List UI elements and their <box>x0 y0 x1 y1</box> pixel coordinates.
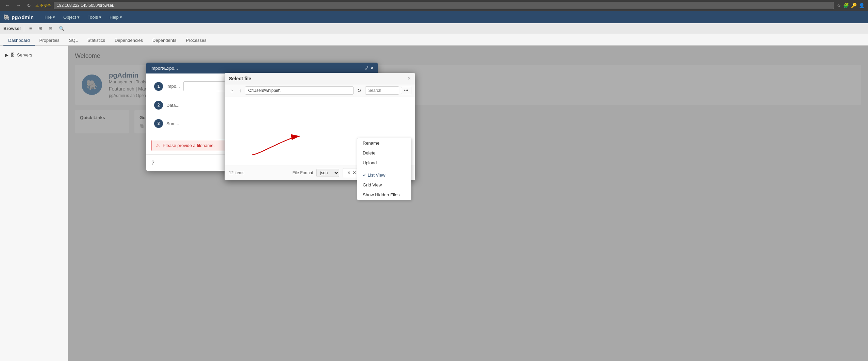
sidebar-item-servers[interactable]: ▶ 🗄 Servers <box>0 51 68 59</box>
import-expand-btn[interactable]: ⤢ <box>364 65 369 71</box>
context-sep <box>357 169 411 169</box>
menu-tools[interactable]: Tools ▾ <box>84 13 105 22</box>
elephant-icon: 🐘 <box>3 14 10 20</box>
tab-statistics[interactable]: Statistics <box>83 36 110 46</box>
home-btn[interactable]: ⌂ <box>228 87 235 94</box>
step-2-num: 2 <box>154 101 163 110</box>
sidebar-servers-label: Servers <box>17 52 32 58</box>
pgadmin-brand: pgAdmin <box>12 14 34 20</box>
tab-dependents[interactable]: Dependents <box>148 36 181 46</box>
back-button[interactable]: ← <box>3 2 12 9</box>
profile-icon[interactable]: 👤 <box>859 3 865 8</box>
pgadmin-topbar: 🐘 pgAdmin File ▾ Object ▾ Tools ▾ Help ▾ <box>0 11 868 23</box>
file-format-label: File Format <box>292 170 313 175</box>
step-3-label: Sum... <box>166 121 179 126</box>
search-input[interactable] <box>365 86 399 95</box>
pgadmin-logo: 🐘 pgAdmin <box>3 14 34 20</box>
main-layout: ▶ 🗄 Servers Welcome 🐘 pgAdmin Management… <box>0 46 868 361</box>
items-count: 12 items <box>229 170 244 175</box>
toolbar-sep-1 <box>24 26 24 32</box>
select-file-header: Select file × <box>225 73 415 84</box>
refresh-button[interactable]: ↻ <box>25 2 33 9</box>
toolbar-btn-2[interactable]: ⊞ <box>36 24 45 32</box>
red-arrow-indicator <box>245 131 307 158</box>
context-show-hidden[interactable]: Show Hidden Files <box>357 190 411 200</box>
select-file-content: Rename Delete Upload ✓ List View Grid Vi… <box>225 97 415 165</box>
select-file-dialog: Select file × ⌂ ↑ ↻ ••• Rename Delete Up… <box>225 73 415 180</box>
step-1-label: Impo... <box>166 84 180 89</box>
menu-file[interactable]: File ▾ <box>40 13 59 22</box>
help-btn[interactable]: ? <box>151 160 154 166</box>
address-bar[interactable] <box>54 2 834 9</box>
error-icon: ⚠ <box>156 143 160 148</box>
context-rename[interactable]: Rename <box>357 138 411 148</box>
extension-icon[interactable]: 🧩 <box>843 3 849 8</box>
tab-bar: Dashboard Properties SQL Statistics Depe… <box>0 34 868 46</box>
menu-help[interactable]: Help ▾ <box>105 13 126 22</box>
key-icon[interactable]: 🔑 <box>851 3 857 8</box>
menu-object[interactable]: Object ▾ <box>59 13 84 22</box>
step-1-num: 1 <box>154 82 163 91</box>
tab-dashboard[interactable]: Dashboard <box>3 36 35 46</box>
tab-dependencies[interactable]: Dependencies <box>110 36 148 46</box>
path-refresh-btn[interactable]: ↻ <box>355 87 363 94</box>
import-dialog-title: Import/Expo... <box>150 66 178 71</box>
context-upload[interactable]: Upload <box>357 158 411 168</box>
forward-button[interactable]: → <box>14 2 22 9</box>
context-grid-view[interactable]: Grid View <box>357 180 411 190</box>
select-file-title: Select file <box>229 76 251 81</box>
import-dialog-header: Import/Expo... ⤢ × <box>146 63 378 73</box>
star-icon[interactable]: ☆ <box>837 3 841 8</box>
tab-processes[interactable]: Processes <box>181 36 211 46</box>
tab-sql[interactable]: SQL <box>64 36 83 46</box>
step-2-label: Data... <box>166 103 179 108</box>
error-text: Please provide a filename. <box>163 143 215 148</box>
select-file-toolbar: ⌂ ↑ ↻ ••• <box>225 84 415 97</box>
context-delete[interactable]: Delete <box>357 148 411 158</box>
security-warning: ⚠ 不安全 <box>35 3 51 8</box>
context-list-view[interactable]: ✓ List View <box>357 170 411 180</box>
context-menu: Rename Delete Upload ✓ List View Grid Vi… <box>357 138 411 200</box>
toolbar-btn-1[interactable]: ≡ <box>27 24 34 32</box>
import-close-btn[interactable]: × <box>371 65 374 71</box>
browser-icons: ☆ 🧩 🔑 👤 <box>837 3 865 8</box>
toolbar-btn-3[interactable]: ⊟ <box>46 24 55 32</box>
cancel-icon: ✕ <box>347 170 351 175</box>
tab-properties[interactable]: Properties <box>35 36 64 46</box>
browser-label: Browser <box>3 26 21 31</box>
up-btn[interactable]: ↑ <box>237 87 243 94</box>
select-file-close-btn[interactable]: × <box>408 76 411 81</box>
browser-chrome: ← → ↻ ⚠ 不安全 ☆ 🧩 🔑 👤 <box>0 0 868 11</box>
more-options-btn[interactable]: ••• <box>401 87 411 94</box>
sidebar-browser-label <box>0 47 68 51</box>
step-3-num: 3 <box>154 119 163 128</box>
servers-icon: 🗄 <box>11 52 15 58</box>
pgadmin-menu: File ▾ Object ▾ Tools ▾ Help ▾ <box>40 13 126 22</box>
toolbar-search-btn[interactable]: 🔍 <box>56 24 67 32</box>
file-format-select[interactable]: json csv binary <box>316 169 339 177</box>
content-area: Welcome 🐘 pgAdmin Management Tools Featu… <box>68 46 868 361</box>
toolbar: Browser ≡ ⊞ ⊟ 🔍 <box>0 23 868 34</box>
chevron-right-icon: ▶ <box>5 52 9 58</box>
sidebar: ▶ 🗄 Servers <box>0 46 68 361</box>
path-input[interactable] <box>245 86 354 95</box>
